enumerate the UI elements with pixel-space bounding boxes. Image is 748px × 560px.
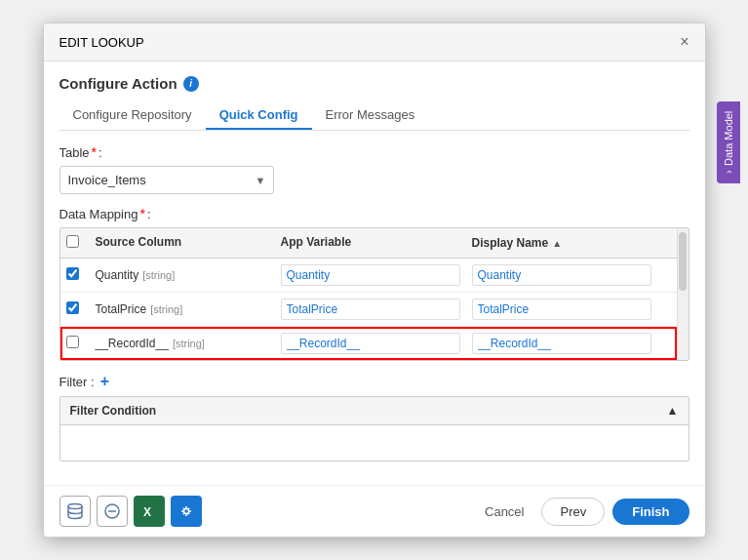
svg-point-8 [185, 506, 187, 508]
svg-rect-6 [177, 502, 195, 520]
modal-title: EDIT LOOKUP [59, 35, 144, 50]
close-button[interactable]: × [680, 33, 689, 51]
svg-text:X: X [143, 505, 151, 519]
tab-error-messages[interactable]: Error Messages [312, 101, 429, 130]
table-row-highlighted: __RecordId__ [string] [60, 327, 677, 360]
table-select[interactable]: Invoice_Items [59, 166, 274, 194]
cancel-button[interactable]: Cancel [475, 499, 533, 525]
table-field-label: Table*: [59, 144, 689, 160]
svg-point-15 [182, 513, 184, 515]
row1-appvar [275, 259, 466, 292]
row2-checkbox[interactable] [66, 301, 79, 314]
row3-appvar-input[interactable] [281, 333, 460, 354]
row3-tag: [string] [173, 338, 205, 349]
table-header-row: Source Column App Variable Display Name … [60, 228, 677, 259]
minus-circle-icon [103, 502, 121, 520]
select-all-checkbox[interactable] [66, 235, 79, 248]
row2-appvar-input[interactable] [281, 299, 460, 320]
row2-display-input[interactable] [472, 299, 651, 320]
svg-point-14 [187, 508, 189, 510]
svg-point-13 [187, 513, 189, 515]
sidebar-label: Data Model [723, 111, 734, 166]
scrollbar-thumb [679, 232, 687, 291]
table-required: * [92, 144, 97, 160]
tab-configure-repository[interactable]: Configure Repository [59, 101, 206, 130]
row3-display-input[interactable] [472, 333, 651, 354]
filter-section: Filter : + Filter Condition ▲ [59, 373, 689, 461]
database-icon [66, 502, 84, 520]
svg-point-10 [181, 510, 183, 512]
svg-point-12 [182, 508, 184, 510]
minus-circle-icon-button[interactable] [97, 496, 128, 527]
row3-source-name: __RecordId__ [96, 337, 169, 350]
modal-body: Configure Action i Configure Repository … [44, 61, 705, 485]
configure-action-title: Configure Action [59, 75, 177, 92]
row1-source-name: Quantity [96, 268, 139, 282]
tabs-container: Configure Repository Quick Config Error … [59, 101, 689, 131]
col-appvar: App Variable [275, 228, 466, 258]
data-mapping-required: * [139, 206, 144, 221]
col-scrollbar-space [657, 228, 677, 258]
svg-point-9 [185, 514, 187, 516]
table-row: Quantity [string] [60, 259, 677, 293]
footer-icons: X [59, 496, 202, 527]
excel-icon-button[interactable]: X [134, 496, 165, 527]
row2-appvar [275, 293, 466, 326]
row2-tag: [string] [150, 303, 182, 315]
filter-condition-box: Filter Condition ▲ [59, 396, 689, 461]
filter-condition-body [60, 425, 689, 460]
row1-display [466, 259, 657, 292]
row3-display [466, 327, 657, 360]
row1-display-input[interactable] [472, 264, 651, 286]
table-row: TotalPrice [string] [60, 293, 677, 327]
row1-checkbox[interactable] [66, 267, 79, 280]
row1-appvar-input[interactable] [281, 264, 460, 286]
configure-action-section: Configure Action i [59, 75, 689, 92]
database-icon-button[interactable] [59, 496, 91, 527]
sort-arrow-icon: ▲ [552, 238, 562, 249]
row3-source: __RecordId__ [string] [90, 331, 275, 356]
row1-source: Quantity [string] [90, 262, 275, 288]
filter-condition-header: Filter Condition ▲ [60, 397, 689, 425]
row2-source: TotalPrice [string] [90, 297, 275, 322]
filter-label: Filter : + [59, 373, 689, 390]
data-model-sidebar-tab[interactable]: › Data Model [717, 101, 740, 183]
tab-quick-config[interactable]: Quick Config [206, 101, 312, 130]
col-display: Display Name ▲ [466, 228, 657, 258]
row3-check [60, 330, 90, 357]
footer-actions: Cancel Prev Finish [475, 498, 689, 526]
svg-point-11 [189, 510, 191, 512]
data-mapping-label: Data Mapping*: [59, 206, 689, 221]
col-source: Source Column [90, 228, 275, 258]
settings-icon-button[interactable] [171, 496, 202, 527]
finish-button[interactable]: Finish [612, 499, 689, 525]
table-scrollbar[interactable] [677, 228, 689, 360]
prev-button[interactable]: Prev [541, 498, 605, 526]
sidebar-chevron: › [723, 170, 734, 174]
excel-icon: X [140, 502, 158, 520]
row3-checkbox[interactable] [66, 336, 79, 348]
table-select-wrapper: Invoice_Items ▼ [59, 166, 274, 194]
settings-icon [177, 502, 195, 520]
row2-check [60, 296, 90, 323]
row1-tag: [string] [142, 269, 175, 281]
row2-display [466, 293, 657, 326]
modal-header: EDIT LOOKUP × [44, 23, 705, 61]
filter-sort-icon: ▲ [667, 404, 679, 418]
col-check [60, 228, 90, 258]
row3-appvar [275, 327, 466, 360]
filter-add-button[interactable]: + [100, 373, 109, 390]
table-main: Source Column App Variable Display Name … [60, 228, 677, 360]
data-mapping-table: Source Column App Variable Display Name … [59, 227, 689, 361]
row2-source-name: TotalPrice [96, 302, 147, 316]
svg-point-0 [68, 504, 82, 509]
row1-check [60, 261, 90, 289]
modal-footer: X Cancel [44, 485, 705, 537]
info-icon[interactable]: i [183, 76, 199, 92]
